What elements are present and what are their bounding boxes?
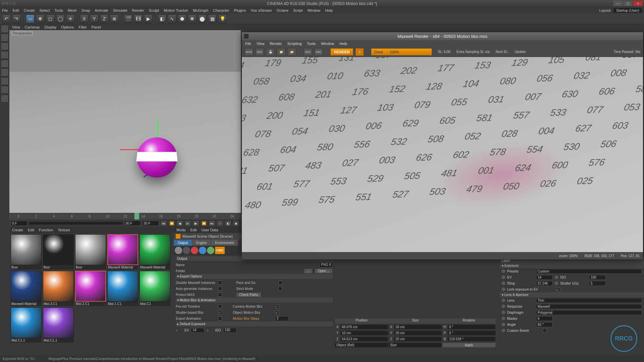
mat-menu-create[interactable]: Create	[12, 228, 23, 232]
attr-menu-edit[interactable]: Edit	[191, 228, 197, 232]
img-icon[interactable]: IMG	[304, 48, 312, 56]
blursteps-field[interactable]: 2	[275, 316, 288, 321]
preset-ball-1-icon[interactable]	[175, 247, 182, 254]
strict-check[interactable]	[278, 287, 282, 291]
vp-menu-view[interactable]: View	[12, 25, 20, 29]
polygon-mode-icon[interactable]	[1, 68, 9, 76]
goto-start-icon[interactable]: ⏮	[160, 220, 167, 226]
texture-mode-icon[interactable]	[1, 42, 9, 50]
edge-mode-icon[interactable]	[1, 60, 9, 68]
pos-z[interactable]: 54.613 cm	[340, 337, 388, 341]
open-mxi-icon[interactable]: MXI	[255, 48, 264, 56]
bokeh-check[interactable]	[543, 328, 547, 333]
pos-y[interactable]: 10 cm	[340, 331, 388, 335]
maximize-button[interactable]: ▢	[623, 1, 633, 6]
material-item[interactable]: Mat.C1.1	[43, 307, 74, 343]
section-export[interactable]: ▾ Export Options	[176, 274, 333, 279]
keyframe-icon[interactable]: ◆	[233, 220, 239, 226]
vp-menu-filter[interactable]: Filter	[78, 25, 87, 29]
menu-select[interactable]: Select	[40, 8, 50, 12]
ev-value[interactable]: 14	[536, 275, 553, 280]
material-item[interactable]: Mat.3.C1	[43, 271, 74, 306]
sphere-object[interactable]	[137, 137, 177, 178]
add-tool-icon[interactable]: ✛	[66, 14, 75, 23]
pos-x[interactable]: 68.076 cm	[340, 325, 388, 329]
point-mode-icon[interactable]	[1, 51, 9, 59]
apply-button[interactable]: Apply	[442, 343, 495, 347]
preset-ball-3-icon[interactable]	[191, 247, 198, 254]
mat-menu-function[interactable]: Function	[39, 228, 53, 232]
exportanim-check[interactable]	[218, 316, 222, 320]
coord-mode-select[interactable]: Object (Rel)	[335, 343, 388, 347]
menu-sculpt[interactable]: Sculpt	[149, 8, 159, 12]
mat-menu-texture[interactable]: Texture	[58, 228, 70, 232]
section-defaultexp[interactable]: ▸ Default Exposure	[176, 321, 333, 326]
material-item[interactable]: Mat.C1.1	[11, 307, 42, 343]
pack-go-check[interactable]	[278, 281, 282, 285]
vp-menu-options[interactable]: Options	[61, 25, 74, 29]
max-menu-help[interactable]: Help	[339, 42, 347, 46]
size-mode-select[interactable]: Size	[389, 343, 442, 347]
folder-browse-button[interactable]: ...	[304, 268, 313, 274]
fstop-value[interactable]: 57.246	[536, 281, 553, 286]
size-y[interactable]: 20 cm	[394, 331, 442, 335]
material-item[interactable]: Mat.2.C1	[75, 271, 106, 306]
attr-menu-userdata[interactable]: User Data	[202, 228, 218, 232]
objblur-check[interactable]	[275, 310, 279, 314]
material-item[interactable]: Mat.1.C1	[107, 271, 138, 306]
max-menu-scripting[interactable]: Scripting	[287, 42, 302, 46]
lockexp-check[interactable]: ✓	[556, 287, 560, 291]
menu-motiontracker[interactable]: Motion Tracker	[164, 8, 188, 12]
menu-help[interactable]: Help	[325, 8, 333, 12]
render-pause-icon[interactable]: ⏸	[355, 48, 364, 56]
size-z[interactable]: 20 cm	[394, 337, 442, 341]
menu-tools[interactable]: Tools	[54, 8, 63, 12]
menu-character[interactable]: Character	[213, 8, 229, 12]
frame-start-field[interactable]	[11, 221, 28, 226]
checkpaths-button[interactable]: Check Paths	[236, 292, 261, 297]
menu-mesh[interactable]: Mesh	[68, 8, 77, 12]
axis-mode-icon[interactable]	[1, 77, 9, 85]
preroll-check[interactable]	[218, 304, 222, 308]
maxwell-render-view[interactable]: 2041791551311070830590352031781541301060…	[242, 57, 643, 252]
protect-check[interactable]	[218, 293, 222, 297]
lens-header[interactable]: ▾ Lens & Aperture	[500, 292, 644, 297]
render-icon[interactable]: 🎬	[124, 14, 132, 23]
menu-plugins[interactable]: Plugins	[234, 8, 246, 12]
generator-icon[interactable]: ⬢	[178, 14, 186, 23]
angle-value[interactable]: 60 °	[536, 322, 553, 327]
maxwell-titlebar[interactable]: Maxwell Render - x64 - 00503 Motion blur…	[242, 32, 643, 40]
material-item[interactable]: Maxwell Material	[107, 234, 138, 269]
redo-icon[interactable]: ↷	[12, 14, 21, 23]
material-item[interactable]: Maxwell Material	[11, 271, 42, 306]
folder-open-button[interactable]: Open ...	[315, 268, 333, 274]
spline-icon[interactable]: ∿	[168, 14, 176, 23]
render-button[interactable]: RENDER	[330, 48, 353, 56]
max-menu-file[interactable]: File	[245, 42, 251, 46]
frame-end2-field[interactable]	[142, 221, 159, 226]
open-mxs-icon[interactable]: MXS	[245, 48, 253, 56]
x-axis-icon[interactable]: X	[80, 14, 89, 23]
mat-menu-edit[interactable]: Edit	[28, 228, 34, 232]
disable-instances-check[interactable]	[218, 281, 222, 285]
size-x[interactable]: 20 cm	[394, 325, 442, 329]
frame-end-field[interactable]	[124, 221, 141, 226]
save-img-icon[interactable]: 📁	[277, 48, 285, 56]
camblur-check[interactable]	[275, 304, 279, 308]
rot-h[interactable]: 0 °	[448, 325, 495, 329]
autogen-check[interactable]	[218, 287, 222, 291]
preset-ball-2-icon[interactable]	[183, 247, 190, 254]
render-settings-icon[interactable]: 🎞	[134, 14, 143, 23]
minimize-button[interactable]: —	[613, 1, 623, 6]
timeline-track[interactable]	[29, 222, 123, 225]
cube-primitive-icon[interactable]: ◧	[158, 14, 166, 23]
tab-environment[interactable]: Environment	[211, 240, 238, 246]
material-item[interactable]: Maxwell Material	[140, 234, 170, 269]
menu-animate[interactable]: Animate	[95, 8, 108, 12]
save-all-icon[interactable]: 📂	[287, 48, 296, 56]
close-button[interactable]: ✕	[633, 1, 643, 6]
goto-end-icon[interactable]: ⏭	[209, 220, 215, 226]
shutter-value[interactable]: 5	[589, 281, 606, 286]
camera-icon[interactable]: ▦	[208, 14, 217, 23]
world-axis-icon[interactable]: ⊕	[110, 14, 119, 23]
